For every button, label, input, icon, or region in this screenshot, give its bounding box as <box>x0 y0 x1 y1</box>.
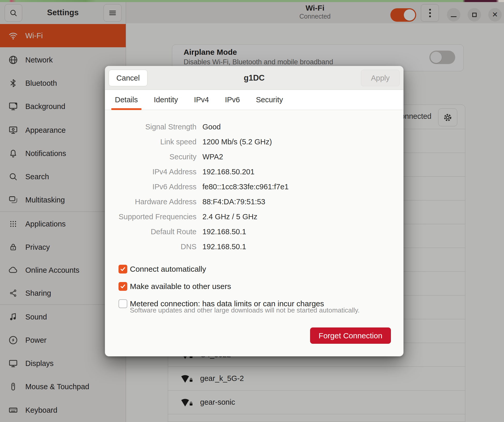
detail-value: Good <box>202 123 221 131</box>
detail-value: 192.168.50.1 <box>202 228 246 236</box>
detail-label: Signal Strength <box>105 123 196 131</box>
checkbox-checked-icon <box>119 265 127 273</box>
detail-value: WPA2 <box>202 153 223 161</box>
detail-row: SecurityWPA2 <box>105 149 403 164</box>
tab-details[interactable]: Details <box>115 90 138 110</box>
metered-connection-subtext: Software updates and other large downloa… <box>130 306 360 314</box>
detail-row: IPv4 Address192.168.50.201 <box>105 164 403 179</box>
checkbox-connect-automatically[interactable]: Connect automatically <box>119 265 206 273</box>
details-list: Signal StrengthGood Link speed1200 Mb/s … <box>105 110 403 254</box>
detail-label: Link speed <box>105 138 196 146</box>
dialog-headerbar: g1DC Cancel Apply <box>105 66 403 90</box>
detail-value: 192.168.50.1 <box>202 243 246 251</box>
detail-label: IPv4 Address <box>105 168 196 176</box>
desktop-background-sliver <box>0 0 504 2</box>
connection-details-dialog: g1DC Cancel Apply Details Identity IPv4 … <box>105 66 404 356</box>
checkbox-label: Connect automatically <box>130 265 206 273</box>
detail-label: Hardware Address <box>105 198 196 206</box>
checkbox-checked-icon <box>119 282 127 291</box>
cancel-button[interactable]: Cancel <box>109 70 147 86</box>
detail-row: Supported Frequencies2.4 GHz / 5 GHz <box>105 209 403 224</box>
detail-label: IPv6 Address <box>105 183 196 191</box>
detail-value: 192.168.50.201 <box>202 168 255 176</box>
checkbox-make-available[interactable]: Make available to other users <box>119 282 231 291</box>
detail-row: DNS192.168.50.1 <box>105 239 403 254</box>
screen: Settings Wi-Fi Connected <box>0 0 504 422</box>
detail-row: Signal StrengthGood <box>105 119 403 134</box>
tab-ipv4[interactable]: IPv4 <box>194 90 209 110</box>
detail-value: fe80::1cc8:33fe:c961:f7e1 <box>202 183 289 191</box>
apply-button[interactable]: Apply <box>361 70 400 86</box>
tab-ipv6[interactable]: IPv6 <box>225 90 240 110</box>
detail-label: Default Route <box>105 228 196 236</box>
detail-value: 2.4 GHz / 5 GHz <box>202 213 257 221</box>
detail-value: 1200 Mb/s (5.2 GHz) <box>202 138 272 146</box>
detail-row: Default Route192.168.50.1 <box>105 224 403 239</box>
dialog-title: g1DC <box>105 66 403 90</box>
checkbox-unchecked-icon <box>119 299 127 308</box>
detail-row: Hardware Address88:F4:DA:79:51:53 <box>105 194 403 209</box>
detail-value: 88:F4:DA:79:51:53 <box>202 198 265 206</box>
dialog-tabs: Details Identity IPv4 IPv6 Security <box>105 90 403 110</box>
detail-row: IPv6 Addressfe80::1cc8:33fe:c961:f7e1 <box>105 179 403 194</box>
forget-connection-button[interactable]: Forget Connection <box>310 327 391 344</box>
detail-label: Supported Frequencies <box>105 213 196 221</box>
detail-label: Security <box>105 153 196 161</box>
tab-security[interactable]: Security <box>256 90 283 110</box>
checkbox-label: Make available to other users <box>130 282 231 291</box>
detail-label: DNS <box>105 243 196 251</box>
tab-identity[interactable]: Identity <box>154 90 178 110</box>
detail-row: Link speed1200 Mb/s (5.2 GHz) <box>105 134 403 149</box>
